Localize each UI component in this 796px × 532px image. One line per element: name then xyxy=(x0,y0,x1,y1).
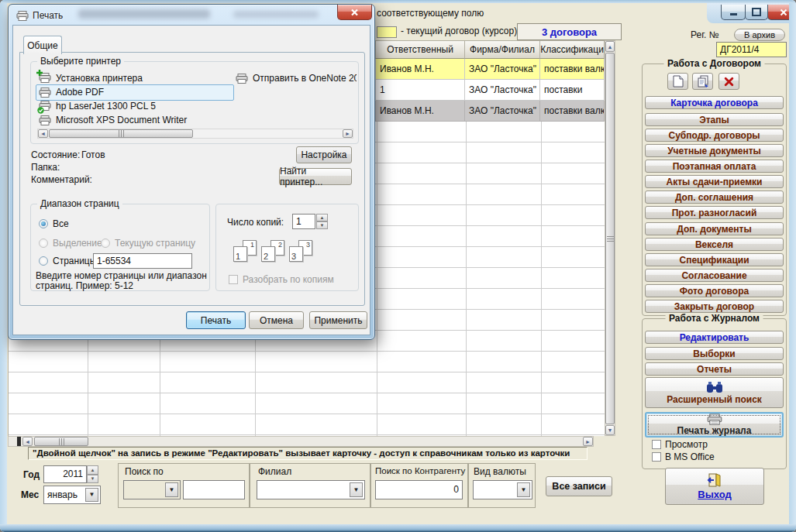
sidebar-button-accounting-docs[interactable]: Учетные документы xyxy=(645,144,784,157)
dropdown-arrow-icon[interactable]: ▼ xyxy=(517,482,530,497)
advanced-search-button[interactable]: Расширенный поиск xyxy=(645,377,784,408)
scroll-up-button[interactable]: ▲ xyxy=(605,41,615,52)
sidebar-button-acceptance-acts[interactable]: Акты сдачи-приемки xyxy=(645,175,784,188)
printer-item-onenote[interactable]: Отправить в OneNote 20 xyxy=(236,71,357,85)
msoffice-checkbox-row[interactable]: В MS Office xyxy=(652,451,715,462)
table-header-firm[interactable]: Фирма/Филиал xyxy=(465,40,540,59)
sidebar-button-selections[interactable]: Выборки xyxy=(645,347,784,360)
preview-checkbox-row[interactable]: Просмотр xyxy=(652,439,708,450)
sidebar-button-reports[interactable]: Отчеты xyxy=(645,362,784,376)
copies-up-button[interactable]: ▲ xyxy=(316,214,328,221)
delete-contract-button[interactable] xyxy=(718,73,739,90)
copies-down-button[interactable]: ▼ xyxy=(316,221,328,229)
search-field-combobox[interactable]: ▼ xyxy=(123,480,181,499)
printer-item-xps-writer[interactable]: Microsoft XPS Document Writer xyxy=(39,113,187,127)
radio-selected-icon[interactable] xyxy=(39,219,48,228)
scroll-right-button[interactable]: ► xyxy=(343,129,353,138)
sidebar-button-approval[interactable]: Согласование xyxy=(645,269,784,282)
dropdown-arrow-icon[interactable]: ▼ xyxy=(350,482,363,497)
apply-button[interactable]: Применить xyxy=(309,311,367,329)
printer-icon xyxy=(16,11,29,21)
pages-range-input[interactable]: 1-65534 xyxy=(93,253,192,269)
dialog-close-button[interactable] xyxy=(337,5,372,20)
sidebar-button-stages[interactable]: Этапы xyxy=(645,113,784,126)
copies-group: Число копий: 1 ▲ ▼ 1 1 2 2 3 3 xyxy=(215,204,359,291)
sidebar-button-contract-photo[interactable]: Фото договора xyxy=(645,284,784,297)
new-document-icon xyxy=(673,75,684,88)
advanced-search-label: Расширенный поиск xyxy=(667,394,762,405)
vscroll-thumb[interactable] xyxy=(605,53,615,424)
minimize-icon xyxy=(730,13,737,15)
all-records-button[interactable]: Все записи xyxy=(546,476,612,496)
table-hscrollbar[interactable]: ◄ ► xyxy=(8,436,594,447)
print-button[interactable]: Печать xyxy=(186,311,246,329)
search-value-input[interactable] xyxy=(183,480,245,499)
print-dialog-body: Общие Выберите принтер Установка принтер… xyxy=(12,25,370,335)
print-journal-label: Печать журнала xyxy=(677,425,752,436)
collate-checkbox-row[interactable]: Разобрать по копиям xyxy=(229,274,334,285)
dropdown-arrow-icon[interactable]: ▼ xyxy=(165,482,178,497)
scroll-down-button[interactable]: ▼ xyxy=(605,425,615,435)
restore-icon xyxy=(752,8,761,16)
exit-button[interactable]: Выход xyxy=(665,468,764,505)
year-input[interactable]: 2011 xyxy=(43,465,87,483)
currency-group: Вид валюты ▼ xyxy=(468,463,536,508)
currency-combobox[interactable]: ▼ xyxy=(473,480,532,499)
sidebar-button-promissory-notes[interactable]: Векселя xyxy=(645,238,784,251)
sidebar-button-subcontracts[interactable]: Субподр. договоры xyxy=(645,129,784,142)
new-contract-button[interactable] xyxy=(667,73,688,90)
minimize-button[interactable] xyxy=(721,5,746,20)
collate-pages-icon: 3 3 xyxy=(289,240,314,266)
sidebar-button-edit[interactable]: Редактировать xyxy=(645,331,784,344)
print-dialog-titlebar[interactable]: Печать xyxy=(16,9,63,22)
table-vscrollbar[interactable]: ▲ ▼ xyxy=(605,40,615,436)
year-up-button[interactable]: ▲ xyxy=(87,465,98,475)
tab-general[interactable]: Общие xyxy=(23,36,62,54)
sidebar-button-close-contract[interactable]: Закрыть договор xyxy=(645,300,784,313)
sidebar-button-additional-docs[interactable]: Доп. документы xyxy=(645,222,784,235)
find-printer-button[interactable]: Найти принтер... xyxy=(279,168,352,185)
cancel-button[interactable]: Отмена xyxy=(249,311,304,329)
hscroll-thumb[interactable] xyxy=(49,129,193,138)
print-journal-button[interactable]: Печать журнала xyxy=(645,412,784,438)
printer-item-adobe-pdf[interactable]: Adobe PDF xyxy=(39,85,104,99)
range-pages-option[interactable]: Страницы: xyxy=(39,256,99,266)
radio-icon[interactable] xyxy=(39,256,48,266)
contractor-input[interactable]: 0 xyxy=(375,480,463,499)
sidebar-button-disagreement-protocols[interactable]: Прот. разногласий xyxy=(645,206,784,219)
printer-item-hp-laserjet[interactable]: hp LaserJet 1300 PCL 5 xyxy=(39,99,156,113)
year-down-button[interactable]: ▼ xyxy=(87,475,98,484)
range-current-page-option[interactable]: Текущую страницу xyxy=(101,238,195,249)
reg-number-input[interactable]: ДГ2011/4 xyxy=(716,42,787,57)
dropdown-arrow-icon[interactable]: ▼ xyxy=(85,488,98,502)
radio-disabled-icon[interactable] xyxy=(39,239,48,248)
table-header-responsible[interactable]: Ответственный xyxy=(376,40,465,59)
range-all-option[interactable]: Все xyxy=(39,218,69,229)
hscroll-thumb[interactable] xyxy=(34,437,88,446)
sidebar-button-addendums[interactable]: Доп. соглашения xyxy=(645,190,784,204)
msoffice-checkbox[interactable] xyxy=(652,452,661,462)
year-spinner[interactable]: 2011 ▲ ▼ xyxy=(43,465,98,483)
copy-contract-button[interactable] xyxy=(692,73,713,90)
sidebar-button-contract-card[interactable]: Карточка договора xyxy=(645,96,784,109)
scroll-left-button[interactable]: ◄ xyxy=(38,129,48,138)
collate-checkbox[interactable] xyxy=(229,275,238,284)
archive-button[interactable]: В архив xyxy=(734,29,785,41)
restore-button[interactable] xyxy=(745,5,768,20)
branch-combobox[interactable]: ▼ xyxy=(257,480,365,499)
copies-input[interactable]: 1 xyxy=(292,214,315,229)
copies-spinner[interactable]: ▲ ▼ xyxy=(316,214,328,229)
scroll-left-button[interactable]: ◄ xyxy=(22,437,33,446)
sidebar-button-staged-payment[interactable]: Поэтапная оплата xyxy=(645,160,784,173)
printer-list-hscrollbar[interactable]: ◄ ► xyxy=(37,129,353,139)
range-selection-option[interactable]: Выделение xyxy=(39,238,102,249)
preferences-button[interactable]: Настройка xyxy=(296,146,352,163)
radio-disabled-icon[interactable] xyxy=(101,239,110,248)
sidebar-button-specifications[interactable]: Спецификации xyxy=(645,253,784,266)
page-range-group: Диапазон страниц Все Выделение Текущую с… xyxy=(30,204,210,291)
month-combobox[interactable]: январь ▼ xyxy=(43,486,101,504)
printer-item-add[interactable]: Установка принтера xyxy=(39,71,143,85)
preview-checkbox[interactable] xyxy=(652,440,661,449)
scroll-right-button[interactable]: ► xyxy=(583,437,593,446)
table-header-classification[interactable]: Классификаци xyxy=(540,40,605,59)
